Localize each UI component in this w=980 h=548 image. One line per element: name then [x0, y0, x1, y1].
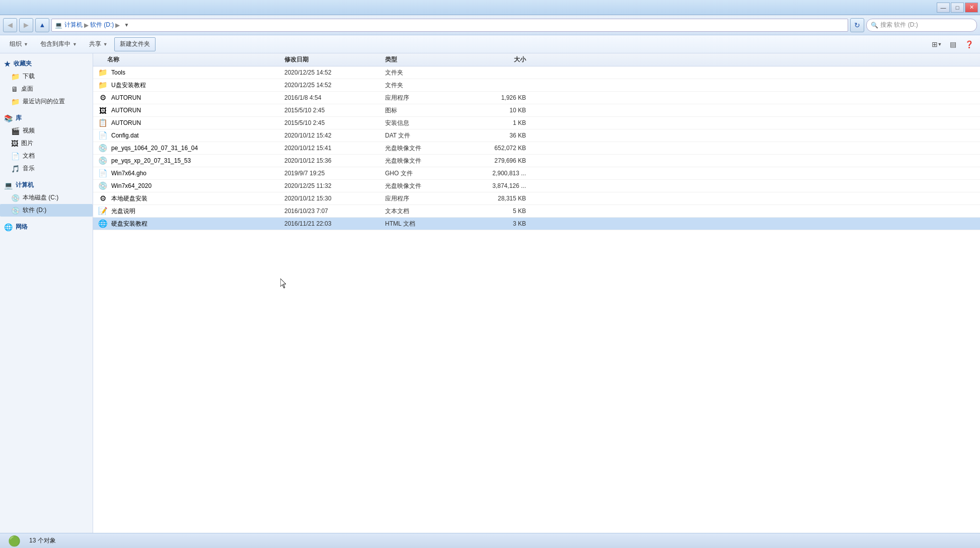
file-type: 光盘映像文件: [385, 157, 466, 165]
table-row[interactable]: 📝 光盘说明 2016/10/23 7:07 文本文档 5 KB: [93, 205, 980, 218]
computer-icon: 💻: [4, 181, 13, 189]
table-row[interactable]: 📄 Win7x64.gho 2019/9/7 19:25 GHO 文件 2,90…: [93, 167, 980, 180]
file-date: 2016/1/8 4:54: [284, 94, 385, 101]
network-label: 网络: [16, 223, 28, 231]
title-bar-buttons: — □ ✕: [937, 3, 978, 13]
file-size: 2,900,813 ...: [466, 170, 536, 177]
recent-label: 最近访问的位置: [23, 97, 65, 106]
software-d-icon: 💿: [11, 207, 20, 215]
favorites-icon: ★: [4, 60, 11, 68]
new-folder-button[interactable]: 新建文件夹: [114, 37, 156, 51]
library-icon: 📚: [4, 114, 13, 122]
table-row[interactable]: 📄 Config.dat 2020/10/12 15:42 DAT 文件 36 …: [93, 129, 980, 142]
sidebar-section-favorites[interactable]: ★ 收藏夹: [0, 57, 93, 70]
table-row[interactable]: 📁 U盘安装教程 2020/12/25 14:52 文件夹: [93, 79, 980, 92]
table-row[interactable]: 🖼 AUTORUN 2015/5/10 2:45 图标 10 KB: [93, 104, 980, 117]
organize-arrow: ▼: [24, 42, 28, 47]
breadcrumb-drive[interactable]: 软件 (D:): [90, 21, 114, 29]
refresh-button[interactable]: ↻: [850, 18, 864, 32]
table-row[interactable]: 📁 Tools 2020/12/25 14:52 文件夹: [93, 66, 980, 79]
close-button[interactable]: ✕: [965, 3, 978, 13]
file-date: 2020/10/12 15:42: [284, 132, 385, 139]
sidebar-item-software-d[interactable]: 💿 软件 (D:): [0, 204, 93, 217]
table-row[interactable]: ⚙ AUTORUN 2016/1/8 4:54 应用程序 1,926 KB: [93, 92, 980, 104]
file-name: 📄 Config.dat: [93, 131, 284, 140]
file-type: 文件夹: [385, 68, 466, 77]
sidebar-item-downloads[interactable]: 📁 下载: [0, 70, 93, 83]
preview-pane-button[interactable]: ▤: [946, 37, 960, 51]
file-icon: 💿: [97, 181, 108, 190]
file-size: 279,696 KB: [466, 157, 536, 164]
sidebar-section-computer[interactable]: 💻 计算机: [0, 179, 93, 191]
help-button[interactable]: ❓: [962, 37, 976, 51]
sidebar-section-network[interactable]: 🌐 网络: [0, 221, 93, 233]
sidebar-item-picture[interactable]: 🖼 图片: [0, 137, 93, 150]
sidebar-item-desktop[interactable]: 🖥 桌面: [0, 83, 93, 95]
file-size: 3 KB: [466, 220, 536, 227]
sidebar-item-recent[interactable]: 📁 最近访问的位置: [0, 95, 93, 108]
network-icon: 🌐: [4, 223, 13, 231]
header-size[interactable]: 大小: [466, 55, 536, 64]
file-name: 📋 AUTORUN: [93, 118, 284, 127]
views-button[interactable]: ⊞ ▼: [930, 37, 944, 51]
file-icon: 📝: [97, 207, 108, 216]
file-type: 文件夹: [385, 81, 466, 90]
maximize-button[interactable]: □: [951, 3, 964, 13]
file-type: 应用程序: [385, 194, 466, 203]
file-icon: ⚙: [97, 194, 108, 203]
sidebar-item-video[interactable]: 🎬 视频: [0, 124, 93, 137]
share-button[interactable]: 共享 ▼: [84, 37, 113, 51]
file-type: 光盘映像文件: [385, 144, 466, 153]
music-icon: 🎵: [11, 165, 20, 173]
file-name: 🌐 硬盘安装教程: [93, 219, 284, 228]
file-date: 2020/12/25 14:52: [284, 69, 385, 76]
breadcrumb-computer[interactable]: 计算机: [64, 21, 83, 29]
header-date[interactable]: 修改日期: [284, 55, 385, 64]
video-icon: 🎬: [11, 127, 20, 135]
table-row[interactable]: ⚙ 本地硬盘安装 2020/10/12 15:30 应用程序 28,315 KB: [93, 192, 980, 205]
status-count: 13 个对象: [29, 536, 56, 545]
file-type: 应用程序: [385, 94, 466, 102]
table-row[interactable]: 🌐 硬盘安装教程 2016/11/21 22:03 HTML 文档 3 KB: [93, 218, 980, 230]
software-d-label: 软件 (D:): [23, 206, 46, 215]
minimize-button[interactable]: —: [937, 3, 950, 13]
toolbar-right: ⊞ ▼ ▤ ❓: [930, 37, 976, 51]
file-rows-container: 📁 Tools 2020/12/25 14:52 文件夹 📁 U盘安装教程 20…: [93, 66, 980, 230]
sidebar-item-document[interactable]: 📄 文档: [0, 150, 93, 162]
file-name: 📁 U盘安装教程: [93, 81, 284, 90]
computer-label: 计算机: [16, 181, 34, 189]
file-icon: 📄: [97, 131, 108, 140]
include-library-label: 包含到库中: [40, 40, 70, 48]
table-row[interactable]: 💿 pe_yqs_xp_20_07_31_15_53 2020/10/12 15…: [93, 155, 980, 167]
file-icon: 💿: [97, 144, 108, 153]
file-name: 💿 Win7x64_2020: [93, 181, 284, 190]
up-button[interactable]: ▲: [35, 18, 49, 32]
header-name[interactable]: 名称: [93, 55, 284, 64]
table-row[interactable]: 💿 Win7x64_2020 2020/12/25 11:32 光盘映像文件 3…: [93, 180, 980, 192]
share-arrow: ▼: [103, 42, 108, 47]
address-bar: ◀ ▶ ▲ 💻 计算机 ▶ 软件 (D:) ▶ ▼ ↻ 🔍 搜索 软件 (D:): [0, 15, 980, 35]
search-placeholder[interactable]: 搜索 软件 (D:): [880, 21, 972, 29]
file-date: 2015/5/10 2:45: [284, 107, 385, 114]
file-type: 安装信息: [385, 119, 466, 127]
desktop-icon: 🖥: [11, 85, 18, 93]
sidebar-item-local-c[interactable]: 💿 本地磁盘 (C:): [0, 191, 93, 204]
forward-button[interactable]: ▶: [19, 18, 33, 32]
include-library-button[interactable]: 包含到库中 ▼: [35, 37, 83, 51]
file-icon: 🌐: [97, 219, 108, 228]
file-name: 💿 pe_yqs_1064_20_07_31_16_04: [93, 144, 284, 153]
share-label: 共享: [89, 40, 101, 48]
file-type: 文本文档: [385, 207, 466, 216]
file-date: 2020/12/25 11:32: [284, 182, 385, 189]
file-size: 10 KB: [466, 107, 536, 114]
sidebar-section-library[interactable]: 📚 库: [0, 112, 93, 124]
search-icon: 🔍: [871, 22, 878, 29]
sidebar-item-music[interactable]: 🎵 音乐: [0, 162, 93, 175]
table-row[interactable]: 📋 AUTORUN 2015/5/10 2:45 安装信息 1 KB: [93, 117, 980, 129]
table-row[interactable]: 💿 pe_yqs_1064_20_07_31_16_04 2020/10/12 …: [93, 142, 980, 155]
back-button[interactable]: ◀: [3, 18, 17, 32]
breadcrumb-dropdown[interactable]: ▼: [121, 19, 131, 32]
organize-button[interactable]: 组织 ▼: [4, 37, 34, 51]
header-type[interactable]: 类型: [385, 55, 466, 64]
local-c-label: 本地磁盘 (C:): [23, 193, 58, 202]
